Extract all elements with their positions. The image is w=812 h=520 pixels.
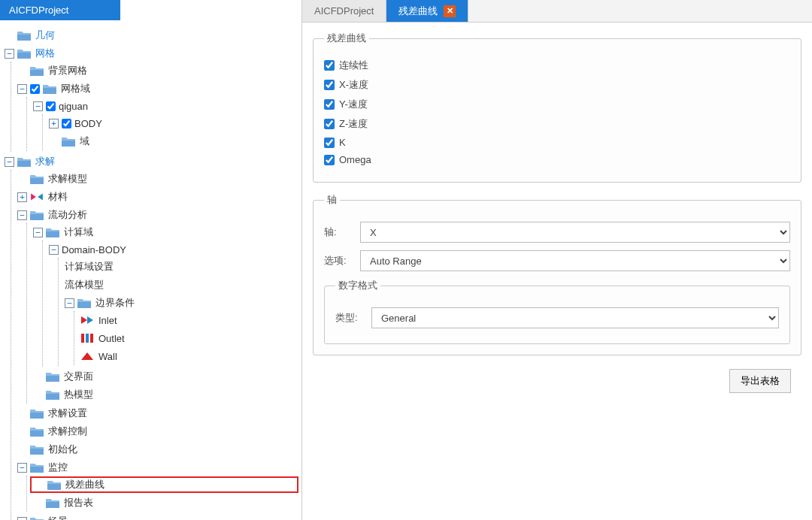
tree-label: 流体模型: [65, 278, 104, 292]
tree-node-monitor[interactable]: − 监控: [17, 459, 298, 476]
collapse-icon[interactable]: −: [49, 245, 59, 255]
tree-node-outlet[interactable]: Outlet: [80, 330, 298, 346]
tree-node-solve-model[interactable]: 求解模型: [17, 171, 298, 187]
folder-icon: [30, 408, 44, 419]
tree-node-fluid-model[interactable]: 流体模型: [65, 277, 298, 293]
checkbox-omega[interactable]: [324, 155, 335, 165]
tree-node-material[interactable]: + 材料: [17, 189, 298, 205]
tree-node-compute-domain[interactable]: − 计算域: [33, 224, 298, 240]
folder-icon: [30, 516, 44, 520]
folder-icon: [46, 389, 59, 400]
material-icon: [30, 192, 44, 202]
tree-label: Domain-BODY: [62, 244, 126, 255]
svg-rect-1: [86, 334, 89, 343]
tree-label: qiguan: [59, 101, 88, 112]
checkbox-y-velocity[interactable]: [324, 99, 335, 110]
tree-node-report-table[interactable]: 报告表: [33, 494, 298, 511]
tree-node-qiguan[interactable]: − qiguan: [33, 98, 298, 114]
tree-node-compute-settings[interactable]: 计算域设置: [65, 258, 298, 275]
folder-icon: [46, 371, 59, 382]
axis-select[interactable]: X: [360, 222, 790, 243]
tree-checkbox[interactable]: [62, 119, 71, 128]
tab-label: 残差曲线: [398, 5, 438, 18]
tree-label: Outlet: [98, 333, 125, 344]
folder-icon: [30, 174, 44, 184]
checkbox-z-velocity[interactable]: [324, 119, 335, 129]
collapse-icon[interactable]: −: [33, 228, 43, 237]
collapse-icon[interactable]: −: [5, 49, 14, 59]
collapse-icon[interactable]: −: [17, 517, 27, 521]
collapse-icon[interactable]: −: [17, 463, 27, 473]
tab-project[interactable]: AICFDProject: [302, 0, 386, 22]
tree-node-mesh-domain[interactable]: − 网格域: [17, 80, 298, 97]
tree-label: BODY: [74, 118, 102, 129]
tree-label: 交界面: [64, 370, 93, 383]
checkbox-label: Omega: [339, 154, 371, 165]
tree-checkbox[interactable]: [46, 101, 56, 111]
checkbox-label: Z-速度: [339, 117, 368, 131]
tree-label: Wall: [98, 351, 117, 362]
tree-label: 报告表: [64, 496, 93, 509]
tree-label: 残差曲线: [65, 478, 105, 491]
type-label: 类型:: [335, 311, 365, 325]
folder-icon: [30, 210, 44, 220]
tree-node-wall[interactable]: Wall: [80, 348, 298, 364]
tab-residual-curve[interactable]: 残差曲线 ✕: [386, 0, 468, 22]
tree-label: 热模型: [64, 388, 93, 401]
group-number-format: 数字格式 类型: General: [324, 279, 790, 344]
expand-icon[interactable]: +: [49, 119, 59, 128]
tree-tab-active[interactable]: AICFDProject: [0, 0, 120, 20]
tree-label: 域: [80, 135, 89, 148]
tree-node-domain[interactable]: 域: [49, 133, 298, 150]
tree-label: 求解: [35, 155, 55, 168]
checkbox-label: X-速度: [339, 78, 368, 92]
tree-checkbox[interactable]: [30, 84, 40, 94]
tree-label: 监控: [48, 461, 68, 474]
collapse-icon[interactable]: −: [33, 101, 43, 111]
content-panel: AICFDProject 残差曲线 ✕ 残差曲线 连续性 X-速度 Y-速度 Z…: [302, 0, 812, 520]
collapse-icon[interactable]: −: [5, 157, 14, 167]
tree-node-mesh[interactable]: − 网格: [2, 45, 298, 62]
tree-node-background-mesh[interactable]: 背景网格: [17, 62, 298, 79]
tree-node-initialize[interactable]: 初始化: [17, 441, 298, 458]
close-icon[interactable]: ✕: [444, 5, 456, 17]
checkbox-label: Y-速度: [339, 98, 368, 111]
tree-node-solve[interactable]: − 求解: [2, 153, 298, 170]
tree-node-solve-settings[interactable]: 求解设置: [17, 405, 298, 422]
project-tree: 几何 − 网格 背景网格: [2, 26, 298, 520]
option-select[interactable]: Auto Range: [360, 250, 790, 271]
export-table-button[interactable]: 导出表格: [729, 369, 791, 393]
checkbox-x-velocity[interactable]: [324, 80, 335, 90]
tree-node-domain-body[interactable]: − Domain-BODY: [49, 241, 298, 258]
folder-icon: [30, 444, 44, 455]
wall-icon: [80, 351, 94, 361]
tree-node-boundary-conditions[interactable]: − 边界条件: [65, 295, 298, 311]
tree-node-scene[interactable]: − 场景: [17, 513, 298, 520]
expand-icon[interactable]: +: [17, 192, 27, 202]
checkbox-continuity[interactable]: [324, 60, 335, 71]
tree-node-solve-control[interactable]: 求解控制: [17, 423, 298, 440]
tree-node-interface[interactable]: 交界面: [33, 368, 298, 385]
tree-node-residual-curve[interactable]: 残差曲线: [30, 476, 298, 493]
tree-node-inlet[interactable]: Inlet: [80, 312, 298, 328]
tree-node-geometry[interactable]: 几何: [2, 27, 298, 44]
tree-panel: AICFDProject 几何 − 网格: [0, 0, 302, 520]
folder-icon: [77, 298, 91, 308]
axis-label: 轴:: [324, 225, 354, 239]
tree-label: 计算域设置: [65, 260, 114, 274]
tree-node-body[interactable]: + BODY: [49, 115, 298, 132]
svg-rect-2: [90, 334, 93, 343]
folder-icon: [17, 48, 31, 59]
folder-icon: [47, 479, 61, 490]
collapse-icon[interactable]: −: [65, 298, 74, 308]
tree-label: 求解控制: [48, 425, 87, 438]
tree-node-flow-analysis[interactable]: − 流动分析: [17, 207, 298, 223]
collapse-icon[interactable]: −: [17, 84, 27, 94]
inlet-icon: [80, 315, 94, 325]
tree-label: 场景: [48, 515, 68, 520]
collapse-icon[interactable]: −: [17, 210, 27, 220]
checkbox-k[interactable]: [324, 138, 335, 148]
type-select[interactable]: General: [371, 307, 779, 328]
tree-node-thermal-model[interactable]: 热模型: [33, 386, 298, 403]
group-legend: 残差曲线: [324, 32, 369, 45]
